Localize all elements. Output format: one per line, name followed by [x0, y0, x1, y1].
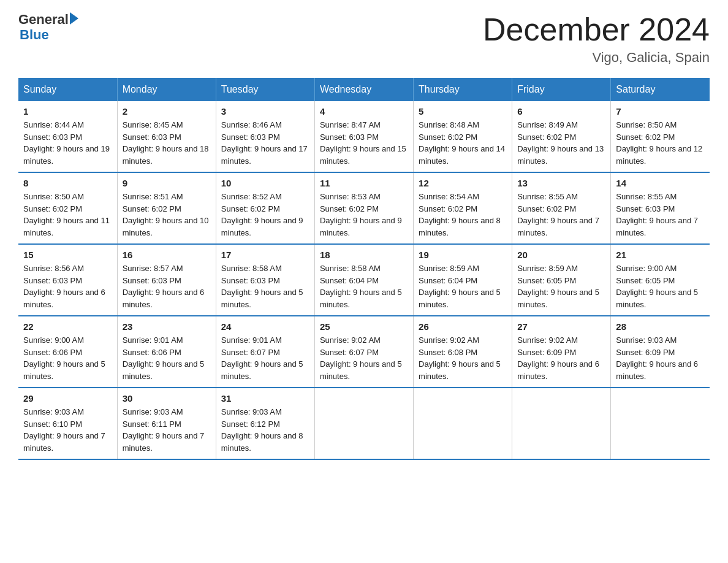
calendar-week-row: 8 Sunrise: 8:50 AMSunset: 6:02 PMDayligh…	[18, 172, 710, 244]
day-info: Sunrise: 9:03 AMSunset: 6:10 PMDaylight:…	[23, 406, 112, 454]
calendar-cell: 16 Sunrise: 8:57 AMSunset: 6:03 PMDaylig…	[117, 244, 216, 316]
page-header: General Blue December 2024 Vigo, Galicia…	[18, 12, 710, 66]
logo: General Blue	[18, 12, 78, 43]
day-info: Sunrise: 8:50 AMSunset: 6:02 PMDaylight:…	[23, 191, 112, 239]
calendar-cell: 26 Sunrise: 9:02 AMSunset: 6:08 PMDaylig…	[414, 316, 512, 388]
day-number: 26	[419, 321, 507, 332]
day-info: Sunrise: 8:56 AMSunset: 6:03 PMDaylight:…	[23, 262, 112, 310]
day-info: Sunrise: 9:03 AMSunset: 6:11 PMDaylight:…	[123, 406, 211, 454]
calendar-week-row: 29 Sunrise: 9:03 AMSunset: 6:10 PMDaylig…	[18, 388, 710, 459]
calendar-cell: 2 Sunrise: 8:45 AMSunset: 6:03 PMDayligh…	[117, 101, 216, 172]
day-info: Sunrise: 9:01 AMSunset: 6:06 PMDaylight:…	[123, 334, 211, 382]
calendar-cell: 18 Sunrise: 8:58 AMSunset: 6:04 PMDaylig…	[314, 244, 413, 316]
day-info: Sunrise: 8:55 AMSunset: 6:02 PMDaylight:…	[517, 191, 605, 239]
calendar-cell: 17 Sunrise: 8:58 AMSunset: 6:03 PMDaylig…	[216, 244, 314, 316]
calendar-cell: 22 Sunrise: 9:00 AMSunset: 6:06 PMDaylig…	[18, 316, 117, 388]
day-info: Sunrise: 9:03 AMSunset: 6:09 PMDaylight:…	[616, 334, 705, 382]
day-info: Sunrise: 8:46 AMSunset: 6:03 PMDaylight:…	[221, 119, 309, 167]
day-info: Sunrise: 9:00 AMSunset: 6:05 PMDaylight:…	[616, 262, 705, 310]
day-number: 21	[616, 250, 705, 260]
day-number: 31	[221, 393, 309, 404]
day-info: Sunrise: 8:52 AMSunset: 6:02 PMDaylight:…	[221, 191, 309, 239]
calendar-cell: 7 Sunrise: 8:50 AMSunset: 6:02 PMDayligh…	[611, 101, 710, 172]
day-number: 5	[419, 106, 507, 117]
logo-text-general: General	[18, 12, 69, 27]
calendar-week-row: 1 Sunrise: 8:44 AMSunset: 6:03 PMDayligh…	[18, 101, 710, 172]
calendar-cell: 6 Sunrise: 8:49 AMSunset: 6:02 PMDayligh…	[512, 101, 611, 172]
day-number: 10	[221, 178, 309, 188]
calendar-cell: 29 Sunrise: 9:03 AMSunset: 6:10 PMDaylig…	[18, 388, 117, 459]
day-info: Sunrise: 8:48 AMSunset: 6:02 PMDaylight:…	[419, 119, 507, 167]
day-number: 18	[320, 250, 408, 260]
calendar-week-row: 15 Sunrise: 8:56 AMSunset: 6:03 PMDaylig…	[18, 244, 710, 316]
calendar-cell: 31 Sunrise: 9:03 AMSunset: 6:12 PMDaylig…	[216, 388, 314, 459]
day-info: Sunrise: 8:58 AMSunset: 6:04 PMDaylight:…	[320, 262, 408, 310]
calendar-cell: 4 Sunrise: 8:47 AMSunset: 6:03 PMDayligh…	[314, 101, 413, 172]
day-info: Sunrise: 8:44 AMSunset: 6:03 PMDaylight:…	[23, 119, 112, 167]
day-number: 9	[123, 178, 211, 188]
day-info: Sunrise: 9:00 AMSunset: 6:06 PMDaylight:…	[23, 334, 112, 382]
day-number: 22	[23, 321, 112, 332]
calendar-header-sunday: Sunday	[18, 78, 117, 101]
calendar-cell: 23 Sunrise: 9:01 AMSunset: 6:06 PMDaylig…	[117, 316, 216, 388]
calendar-header-friday: Friday	[512, 78, 611, 101]
calendar-cell: 1 Sunrise: 8:44 AMSunset: 6:03 PMDayligh…	[18, 101, 117, 172]
day-number: 7	[616, 106, 705, 117]
calendar-cell	[314, 388, 413, 459]
day-number: 1	[23, 106, 112, 117]
day-number: 27	[517, 321, 605, 332]
calendar-cell: 8 Sunrise: 8:50 AMSunset: 6:02 PMDayligh…	[18, 172, 117, 244]
calendar-cell	[611, 388, 710, 459]
day-number: 6	[517, 106, 605, 117]
day-info: Sunrise: 8:53 AMSunset: 6:02 PMDaylight:…	[320, 191, 408, 239]
day-number: 2	[123, 106, 211, 117]
calendar-cell: 19 Sunrise: 8:59 AMSunset: 6:04 PMDaylig…	[414, 244, 512, 316]
title-section: December 2024 Vigo, Galicia, Spain	[483, 12, 710, 66]
calendar-cell	[512, 388, 611, 459]
day-info: Sunrise: 9:02 AMSunset: 6:07 PMDaylight:…	[320, 334, 408, 382]
day-number: 16	[123, 250, 211, 260]
calendar-cell: 9 Sunrise: 8:51 AMSunset: 6:02 PMDayligh…	[117, 172, 216, 244]
day-number: 20	[517, 250, 605, 260]
calendar-header-monday: Monday	[117, 78, 216, 101]
calendar-cell: 20 Sunrise: 8:59 AMSunset: 6:05 PMDaylig…	[512, 244, 611, 316]
calendar-cell: 11 Sunrise: 8:53 AMSunset: 6:02 PMDaylig…	[314, 172, 413, 244]
calendar-cell: 13 Sunrise: 8:55 AMSunset: 6:02 PMDaylig…	[512, 172, 611, 244]
day-number: 30	[123, 393, 211, 404]
day-info: Sunrise: 8:57 AMSunset: 6:03 PMDaylight:…	[123, 262, 211, 310]
calendar-cell: 21 Sunrise: 9:00 AMSunset: 6:05 PMDaylig…	[611, 244, 710, 316]
day-info: Sunrise: 8:59 AMSunset: 6:05 PMDaylight:…	[517, 262, 605, 310]
day-info: Sunrise: 8:55 AMSunset: 6:03 PMDaylight:…	[616, 191, 705, 239]
day-info: Sunrise: 8:59 AMSunset: 6:04 PMDaylight:…	[419, 262, 507, 310]
day-info: Sunrise: 9:03 AMSunset: 6:12 PMDaylight:…	[221, 406, 309, 454]
month-title: December 2024	[483, 12, 710, 47]
calendar-header-row: SundayMondayTuesdayWednesdayThursdayFrid…	[18, 78, 710, 101]
day-number: 11	[320, 178, 408, 188]
calendar-cell: 14 Sunrise: 8:55 AMSunset: 6:03 PMDaylig…	[611, 172, 710, 244]
day-info: Sunrise: 8:47 AMSunset: 6:03 PMDaylight:…	[320, 119, 408, 167]
calendar-cell: 15 Sunrise: 8:56 AMSunset: 6:03 PMDaylig…	[18, 244, 117, 316]
day-number: 12	[419, 178, 507, 188]
day-info: Sunrise: 9:02 AMSunset: 6:08 PMDaylight:…	[419, 334, 507, 382]
day-number: 13	[517, 178, 605, 188]
day-info: Sunrise: 8:51 AMSunset: 6:02 PMDaylight:…	[123, 191, 211, 239]
calendar-week-row: 22 Sunrise: 9:00 AMSunset: 6:06 PMDaylig…	[18, 316, 710, 388]
logo-text-blue: Blue	[20, 27, 78, 43]
day-info: Sunrise: 8:49 AMSunset: 6:02 PMDaylight:…	[517, 119, 605, 167]
calendar-cell: 25 Sunrise: 9:02 AMSunset: 6:07 PMDaylig…	[314, 316, 413, 388]
day-number: 25	[320, 321, 408, 332]
day-number: 28	[616, 321, 705, 332]
day-info: Sunrise: 9:01 AMSunset: 6:07 PMDaylight:…	[221, 334, 309, 382]
day-info: Sunrise: 8:45 AMSunset: 6:03 PMDaylight:…	[123, 119, 211, 167]
calendar-table: SundayMondayTuesdayWednesdayThursdayFrid…	[18, 78, 710, 460]
day-number: 8	[23, 178, 112, 188]
day-number: 17	[221, 250, 309, 260]
calendar-cell: 3 Sunrise: 8:46 AMSunset: 6:03 PMDayligh…	[216, 101, 314, 172]
calendar-header-saturday: Saturday	[611, 78, 710, 101]
day-number: 24	[221, 321, 309, 332]
calendar-cell: 10 Sunrise: 8:52 AMSunset: 6:02 PMDaylig…	[216, 172, 314, 244]
day-info: Sunrise: 8:50 AMSunset: 6:02 PMDaylight:…	[616, 119, 705, 167]
day-info: Sunrise: 8:54 AMSunset: 6:02 PMDaylight:…	[419, 191, 507, 239]
day-number: 3	[221, 106, 309, 117]
day-number: 23	[123, 321, 211, 332]
